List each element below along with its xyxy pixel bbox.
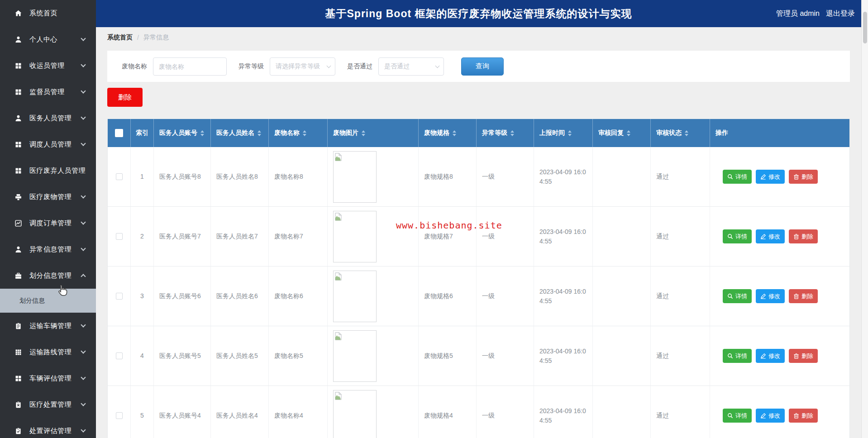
edit-button[interactable]: 修改 — [756, 170, 785, 184]
abnormal-level-select[interactable]: 请选择异常等级 — [270, 57, 335, 76]
scrollbar-thumb[interactable] — [863, 12, 867, 43]
cell-text: 医务人员姓名4 — [216, 411, 258, 420]
action-label: 修改 — [768, 233, 780, 241]
grid-icon — [14, 374, 23, 382]
sidebar-item-label: 医疗处置管理 — [29, 400, 72, 409]
cell-text: 2023-04-09 16:04:55 — [539, 227, 587, 246]
detail-button[interactable]: 详情 — [723, 289, 752, 303]
magnifier-icon — [727, 293, 733, 299]
cell-image — [328, 326, 419, 386]
row-checkbox[interactable] — [116, 352, 123, 359]
sidebar-item-6[interactable]: 调度人员管理 — [0, 131, 96, 157]
cell-text: 2023-04-09 16:04:55 — [539, 167, 587, 186]
sidebar-item-label: 医务人员管理 — [29, 114, 72, 123]
sidebar-item-14[interactable]: 车辆评估管理 — [0, 365, 96, 391]
chevron-down-icon — [81, 348, 86, 353]
sort-carets-icon[interactable] — [258, 130, 261, 136]
column-header-医务人员账号[interactable]: 医务人员账号 — [154, 119, 211, 147]
row-checkbox[interactable] — [116, 173, 123, 180]
select-all-header-cell — [108, 119, 131, 147]
column-header-异常等级[interactable]: 异常等级 — [477, 119, 534, 147]
grid-icon — [14, 167, 23, 175]
row-checkbox[interactable] — [116, 412, 123, 419]
pencil-icon — [760, 233, 766, 239]
sidebar-item-12[interactable]: 运输车辆管理 — [0, 313, 96, 339]
sidebar-item-9[interactable]: 调度订单管理 — [0, 210, 96, 236]
cell-actions: 详情修改删除 — [710, 326, 849, 386]
column-label: 操作 — [715, 129, 728, 137]
bulk-delete-button[interactable]: 删除 — [107, 88, 143, 107]
breadcrumb-home[interactable]: 系统首页 — [107, 33, 133, 42]
delete-button[interactable]: 删除 — [789, 229, 818, 243]
sidebar-item-13[interactable]: 运输路线管理 — [0, 339, 96, 365]
sort-carets-icon[interactable] — [685, 130, 688, 136]
grid-icon — [14, 62, 23, 70]
column-header-废物图片[interactable]: 废物图片 — [328, 119, 419, 147]
query-button[interactable]: 查询 — [461, 57, 504, 76]
waste-name-input[interactable] — [153, 57, 227, 76]
sidebar-item-15[interactable]: 医疗处置管理 — [0, 391, 96, 418]
sidebar-item-10[interactable]: 异常信息管理 — [0, 236, 96, 262]
sort-carets-icon[interactable] — [200, 130, 204, 136]
sidebar-item-16[interactable]: 处置评估管理 — [0, 418, 96, 438]
action-label: 修改 — [768, 412, 780, 420]
select-all-checkbox[interactable] — [115, 129, 123, 137]
logout-link[interactable]: 退出登录 — [826, 9, 855, 19]
cell-image — [328, 386, 419, 438]
clipboard-x-icon — [14, 400, 23, 409]
sidebar-item-1[interactable]: 系统首页 — [0, 0, 96, 26]
sidebar-item-11[interactable]: 划分信息管理 — [0, 262, 96, 289]
printer-icon — [14, 193, 23, 201]
column-header-审核状态[interactable]: 审核状态 — [651, 119, 710, 147]
delete-button[interactable]: 删除 — [789, 170, 818, 184]
pass-select[interactable]: 是否通过 — [378, 57, 444, 76]
sidebar-item-8[interactable]: 医疗废物管理 — [0, 184, 96, 210]
cell-text: 2023-04-09 16:04:55 — [539, 287, 587, 306]
cell-text: 一级 — [482, 291, 495, 301]
action-label: 删除 — [801, 173, 813, 181]
sort-carets-icon[interactable] — [362, 130, 365, 136]
chevron-down-icon — [327, 63, 331, 68]
delete-button[interactable]: 删除 — [789, 289, 818, 303]
edit-button[interactable]: 修改 — [756, 349, 785, 363]
column-header-医务人员姓名[interactable]: 医务人员姓名 — [211, 119, 269, 147]
sort-carets-icon[interactable] — [627, 130, 630, 136]
sidebar-item-4[interactable]: 监督员管理 — [0, 79, 96, 105]
cell-text: 废物名称5 — [274, 351, 303, 361]
column-header-上报时间[interactable]: 上报时间 — [534, 119, 593, 147]
row-checkbox[interactable] — [116, 233, 123, 240]
waste-image-placeholder — [333, 151, 377, 203]
detail-button[interactable]: 详情 — [723, 349, 752, 363]
edit-button[interactable]: 修改 — [756, 229, 785, 243]
edit-button[interactable]: 修改 — [756, 289, 785, 303]
column-header-废物规格[interactable]: 废物规格 — [419, 119, 477, 147]
sidebar-item-7[interactable]: 医疗废弃人员管理 — [0, 157, 96, 184]
action-label: 详情 — [735, 412, 747, 420]
sidebar-item-label: 运输路线管理 — [29, 348, 72, 357]
sidebar-item-5[interactable]: 医务人员管理 — [0, 105, 96, 131]
page-scrollbar[interactable] — [861, 0, 868, 438]
detail-button[interactable]: 详情 — [723, 409, 752, 423]
detail-button[interactable]: 详情 — [723, 229, 752, 243]
delete-button[interactable]: 删除 — [789, 409, 818, 423]
column-header-废物名称[interactable]: 废物名称 — [269, 119, 328, 147]
sort-carets-icon[interactable] — [568, 130, 572, 136]
cell-check — [108, 267, 131, 326]
delete-button[interactable]: 删除 — [789, 349, 818, 363]
detail-button[interactable]: 详情 — [723, 170, 752, 184]
column-header-审核回复[interactable]: 审核回复 — [593, 119, 651, 147]
sidebar-item-2[interactable]: 个人中心 — [0, 26, 96, 52]
sort-carets-icon[interactable] — [303, 130, 306, 136]
cell-check — [108, 147, 131, 206]
cell-text: 一级 — [482, 172, 495, 181]
cell-actions: 详情修改删除 — [710, 267, 849, 326]
edit-button[interactable]: 修改 — [756, 409, 785, 423]
row-checkbox[interactable] — [116, 293, 123, 300]
sidebar-subitem-划分信息[interactable]: 划分信息 — [0, 289, 96, 313]
cell-time: 2023-04-09 16:04:55 — [534, 267, 593, 326]
abnormal-level-placeholder: 请选择异常等级 — [276, 62, 327, 71]
sort-carets-icon[interactable] — [510, 130, 514, 136]
sidebar-item-3[interactable]: 收运员管理 — [0, 52, 96, 79]
sort-carets-icon[interactable] — [453, 130, 456, 136]
cell-waste: 废物名称8 — [269, 147, 328, 206]
